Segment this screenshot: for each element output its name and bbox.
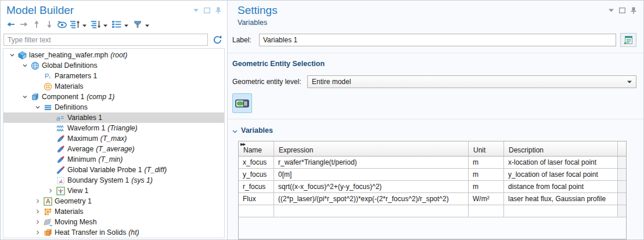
cell-extra <box>618 205 626 217</box>
settings-title: Settings <box>238 4 609 17</box>
tree-item-boundary-system-1[interactable]: Boundary System 1(sys 1) <box>3 175 224 186</box>
table-row-y-focus[interactable]: y_focus0[m]my_location of laser focal po… <box>239 169 626 181</box>
tree-item-materials[interactable]: Materials <box>3 206 224 217</box>
model-builder-toolbar <box>1 17 227 32</box>
tree-item-component-1[interactable]: Component 1(comp 1) <box>3 92 224 102</box>
cell-expression[interactable]: ((2*p_laser)/(pi*r_spot^2))*exp(-(2*r_fo… <box>274 193 469 205</box>
chevron-down-icon[interactable] <box>609 9 614 12</box>
tree-item-definitions[interactable]: Definitions <box>3 102 224 112</box>
expand-all-button-dropdown[interactable] <box>103 20 108 31</box>
refresh-icon[interactable] <box>211 34 224 46</box>
tree-item-tag: (T_max) <box>100 134 127 143</box>
cell-expression[interactable] <box>274 205 469 217</box>
moving-mesh-icon <box>42 218 53 227</box>
tree-item-waveform-1[interactable]: Waveform 1(Triangle) <box>3 123 224 133</box>
tree-item-minimum[interactable]: Minimum(T_min) <box>3 154 224 165</box>
column-header-name[interactable]: ▶▶Name <box>239 141 274 156</box>
column-header-description[interactable]: Description <box>504 141 618 156</box>
svg-text:=: = <box>60 115 64 121</box>
chevron-down-icon[interactable] <box>33 104 42 110</box>
cell-unit[interactable] <box>469 205 504 217</box>
cell-unit[interactable]: m <box>469 181 504 192</box>
filter-funnel-icon <box>133 20 142 31</box>
pin-icon[interactable] <box>215 7 221 14</box>
show-button[interactable] <box>56 20 67 31</box>
tree-item-global-definitions[interactable]: Global Definitions <box>3 60 224 71</box>
chevron-down-icon[interactable] <box>193 9 199 12</box>
chevron-down-icon[interactable] <box>20 94 30 100</box>
cell-name[interactable]: x_focus <box>239 157 274 168</box>
model-tree-node-text-button[interactable] <box>111 20 122 31</box>
cell-name[interactable]: r_focus <box>239 181 274 192</box>
column-header-expression[interactable]: Expression <box>274 141 469 156</box>
tree-item-geometry-1[interactable]: AGeometry 1 <box>3 196 224 206</box>
back-button[interactable] <box>5 20 16 31</box>
tree-item-laser-heating-wafer-mph[interactable]: laser_heating_wafer.mph(root) <box>3 50 224 60</box>
cell-name[interactable]: Flux <box>239 193 274 205</box>
model-tree-node-text-button-dropdown[interactable] <box>124 20 129 31</box>
tree-item-label: laser_heating_wafer.mph <box>29 51 108 59</box>
cell-description[interactable]: distance from focal point <box>504 181 618 192</box>
cell-expression[interactable]: r_wafer*Triangle(t/period) <box>274 157 469 168</box>
table-corner-icon[interactable]: ▶▶ <box>240 142 245 147</box>
table-row-empty[interactable] <box>239 205 626 217</box>
tree-item-variables-1[interactable]: a=Variables 1 <box>3 112 224 123</box>
pin-icon[interactable] <box>631 7 636 14</box>
chevron-down-icon[interactable] <box>7 52 17 58</box>
cell-extra <box>618 157 626 168</box>
cell-unit[interactable]: m <box>469 157 504 168</box>
cell-expression[interactable]: 0[m] <box>274 169 469 180</box>
label-input[interactable] <box>259 34 616 46</box>
tree-item-label: Boundary System 1 <box>67 176 129 184</box>
cell-description[interactable]: y_location of laser focal point <box>504 169 618 180</box>
tree-item-view-1[interactable]: View 1 <box>3 186 224 196</box>
variables-section-header[interactable]: Variables <box>228 119 643 136</box>
move-up-button[interactable] <box>31 20 42 31</box>
tree-item-parameters-1[interactable]: PiParameters 1 <box>3 71 224 81</box>
collapse-all-button[interactable] <box>69 20 80 31</box>
cell-description[interactable]: x-location of laser focal point <box>504 157 618 168</box>
column-header-label: Description <box>509 146 544 154</box>
variables-table: ▶▶NameExpressionUnitDescription x_focusr… <box>238 141 627 239</box>
tree-item-label: Heat Transfer in Solids <box>55 228 126 237</box>
cell-name[interactable]: y_focus <box>239 169 274 180</box>
active-selection-toggle-button[interactable] <box>232 93 252 113</box>
tree-item-materials[interactable]: Materials <box>3 81 224 92</box>
cell-expression[interactable]: sqrt((x-x_focus)^2+(y-y_focus)^2) <box>274 181 469 192</box>
tree-item-moving-mesh[interactable]: Moving Mesh <box>3 217 224 227</box>
tree-item-tag: (T_min) <box>98 155 123 163</box>
column-header-unit[interactable]: Unit <box>469 141 504 156</box>
float-window-icon[interactable] <box>619 8 625 13</box>
chevron-right-icon[interactable] <box>33 230 42 235</box>
chevron-right-icon[interactable] <box>45 188 55 194</box>
cell-description[interactable] <box>504 205 618 217</box>
chevron-right-icon[interactable] <box>33 198 42 204</box>
table-row-flux[interactable]: Flux((2*p_laser)/(pi*r_spot^2))*exp(-(2*… <box>239 193 626 205</box>
filter-button-dropdown[interactable] <box>145 20 150 31</box>
rename-button[interactable] <box>620 33 636 47</box>
geometric-entity-level-select[interactable]: Entire model <box>307 75 636 88</box>
chevron-right-icon[interactable] <box>33 209 42 214</box>
chevron-right-icon[interactable] <box>33 219 42 225</box>
materials-global-icon <box>42 82 53 91</box>
tree-item-label: Component 1 <box>42 93 84 101</box>
cell-name[interactable] <box>239 205 274 217</box>
collapse-all-button-dropdown[interactable] <box>82 20 87 31</box>
cell-description[interactable]: laser heat flux, Gaussian profile <box>504 193 618 205</box>
expand-all-button[interactable] <box>90 20 101 31</box>
chevron-down-icon[interactable] <box>20 63 30 68</box>
move-down-button[interactable] <box>44 20 55 31</box>
table-row-r-focus[interactable]: r_focussqrt((x-x_focus)^2+(y-y_focus)^2)… <box>239 181 626 193</box>
tree-item-label: Average <box>67 145 93 153</box>
table-row-x-focus[interactable]: x_focusr_wafer*Triangle(t/period)mx-loca… <box>239 157 626 169</box>
tree-item-heat-transfer-in-solids[interactable]: Heat Transfer in Solids(ht) <box>3 227 224 238</box>
tree-item-average[interactable]: Average(T_average) <box>3 144 224 154</box>
forward-button[interactable] <box>18 20 29 31</box>
cell-unit[interactable]: m <box>469 169 504 180</box>
filter-button[interactable] <box>132 20 143 31</box>
float-window-icon[interactable] <box>204 8 210 13</box>
tree-item-maximum[interactable]: Maximum(T_max) <box>3 133 224 144</box>
filter-input[interactable] <box>3 34 208 46</box>
cell-unit[interactable]: W/m² <box>469 193 504 205</box>
tree-item-global-variable-probe-1[interactable]: Global Variable Probe 1(T_diff) <box>3 165 224 175</box>
